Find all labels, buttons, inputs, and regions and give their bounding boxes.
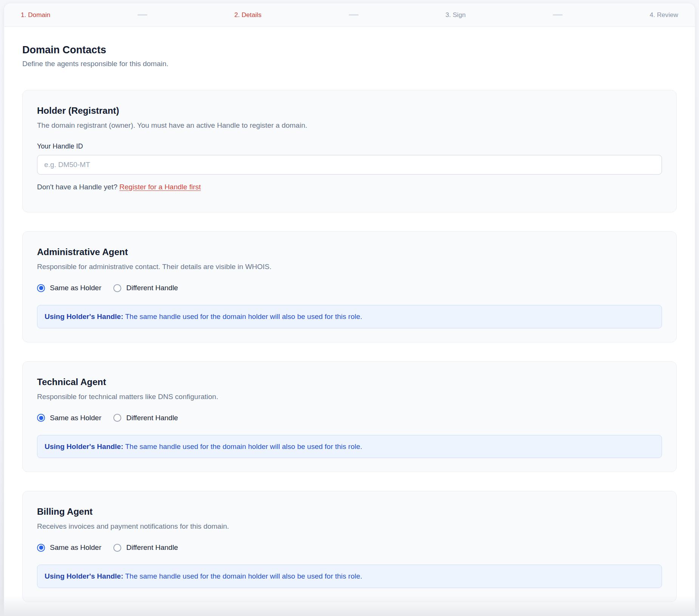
different-handle-radio[interactable]: Different Handle (113, 543, 178, 552)
radio-label: Different Handle (126, 414, 178, 422)
info-note-prefix: Using Holder's Handle: (45, 313, 123, 320)
different-handle-radio[interactable]: Different Handle (113, 284, 178, 292)
step-content: Domain Contacts Define the agents respon… (4, 27, 695, 602)
radio-unselected-icon[interactable] (113, 284, 121, 292)
step-domain[interactable]: 1. Domain (21, 11, 50, 19)
page-title: Domain Contacts (22, 44, 677, 56)
card-title: Technical Agent (37, 377, 662, 387)
step-separator (349, 14, 359, 15)
radio-label: Different Handle (126, 543, 178, 552)
technical-agent-card: Technical Agent Responsible for technica… (22, 361, 677, 472)
register-handle-link[interactable]: Register for a Handle first (119, 183, 201, 191)
info-note-prefix: Using Holder's Handle: (45, 443, 123, 450)
step-separator (553, 14, 563, 15)
holder-handle-info-note: Using Holder's Handle: The same handle u… (37, 435, 662, 458)
step-details[interactable]: 2. Details (234, 11, 261, 19)
step-sign[interactable]: 3. Sign (445, 11, 466, 19)
radio-label: Different Handle (126, 284, 178, 292)
card-description: Responsible for technical matters like D… (37, 393, 662, 401)
info-note-text: The same handle used for the domain hold… (125, 313, 362, 320)
radio-unselected-icon[interactable] (113, 414, 121, 422)
billing-agent-card: Billing Agent Receives invoices and paym… (22, 491, 677, 602)
holder-registrant-card: Holder (Registrant) The domain registran… (22, 90, 677, 212)
radio-label: Same as Holder (50, 284, 101, 292)
radio-selected-icon[interactable] (37, 284, 45, 292)
card-title: Billing Agent (37, 506, 662, 517)
radio-selected-icon[interactable] (37, 414, 45, 422)
same-as-holder-radio[interactable]: Same as Holder (37, 414, 101, 422)
handle-choice-radio-group: Same as Holder Different Handle (37, 543, 662, 552)
same-as-holder-radio[interactable]: Same as Holder (37, 284, 101, 292)
same-as-holder-radio[interactable]: Same as Holder (37, 543, 101, 552)
holder-handle-info-note: Using Holder's Handle: The same handle u… (37, 305, 662, 328)
card-description: Receives invoices and payment notificati… (37, 522, 662, 531)
holder-handle-info-note: Using Holder's Handle: The same handle u… (37, 565, 662, 588)
info-note-text: The same handle used for the domain hold… (125, 443, 362, 450)
handle-help-line: Don't have a Handle yet? Register for a … (37, 183, 662, 191)
card-description: Responsible for administrative contact. … (37, 263, 662, 271)
radio-unselected-icon[interactable] (113, 544, 121, 552)
step-separator (138, 14, 147, 15)
info-note-prefix: Using Holder's Handle: (45, 572, 123, 580)
handle-help-text: Don't have a Handle yet? (37, 183, 118, 191)
handle-id-label: Your Handle ID (37, 142, 662, 150)
wizard-stepper: 1. Domain 2. Details 3. Sign 4. Review (4, 3, 695, 27)
administrative-agent-card: Administrative Agent Responsible for adm… (22, 231, 677, 342)
radio-selected-icon[interactable] (37, 544, 45, 552)
handle-id-input[interactable] (37, 155, 662, 175)
handle-choice-radio-group: Same as Holder Different Handle (37, 414, 662, 422)
card-title: Administrative Agent (37, 247, 662, 257)
registration-wizard-panel: 1. Domain 2. Details 3. Sign 4. Review D… (4, 3, 695, 616)
step-review[interactable]: 4. Review (650, 11, 678, 19)
radio-label: Same as Holder (50, 543, 101, 552)
card-description: The domain registrant (owner). You must … (37, 121, 662, 130)
info-note-text: The same handle used for the domain hold… (125, 572, 362, 580)
card-title: Holder (Registrant) (37, 105, 662, 116)
handle-choice-radio-group: Same as Holder Different Handle (37, 284, 662, 292)
radio-label: Same as Holder (50, 414, 101, 422)
page-subtitle: Define the agents responsible for this d… (22, 60, 677, 68)
different-handle-radio[interactable]: Different Handle (113, 414, 178, 422)
